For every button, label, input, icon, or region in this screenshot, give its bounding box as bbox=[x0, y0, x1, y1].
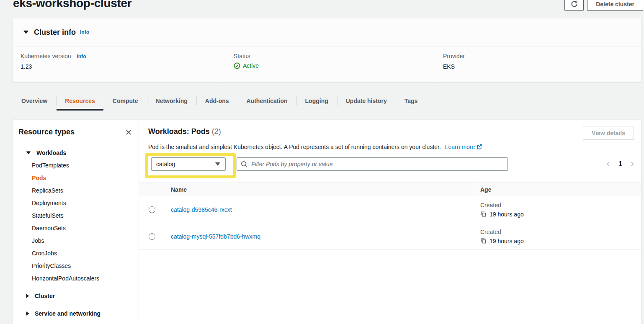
age-value: 19 hours ago bbox=[480, 238, 641, 244]
age-created-label: Created bbox=[480, 202, 641, 208]
table-header-row: Name Age bbox=[139, 183, 641, 196]
delete-cluster-button[interactable]: Delete cluster bbox=[587, 0, 643, 11]
kubernetes-version-info-link[interactable]: Info bbox=[77, 54, 86, 59]
pods-count: (2) bbox=[212, 127, 221, 136]
refresh-button[interactable] bbox=[564, 0, 584, 11]
cluster-info-info-link[interactable]: Info bbox=[80, 29, 89, 35]
table-row: catalog-d5985c46-rxcxt Created 19 hours … bbox=[139, 196, 641, 223]
sidebar-title: Resource types bbox=[18, 128, 75, 136]
triangle-right-icon bbox=[26, 294, 29, 298]
pagination: 1 bbox=[605, 157, 635, 171]
pods-table: Name Age catalog-d5985c46-rxcxt Created bbox=[139, 183, 641, 250]
header-actions: Delete cluster bbox=[564, 0, 643, 11]
namespace-dropdown[interactable]: catalog bbox=[151, 157, 226, 171]
tab-overview[interactable]: Overview bbox=[13, 92, 56, 110]
tab-resources[interactable]: Resources bbox=[56, 92, 104, 110]
filter-search-box bbox=[237, 157, 508, 171]
status-label: Status bbox=[234, 53, 434, 59]
tab-compute[interactable]: Compute bbox=[104, 92, 147, 110]
caret-down-icon bbox=[215, 162, 220, 166]
page-header: eks-workshop-cluster Delete cluster bbox=[0, 0, 644, 18]
triangle-down-icon bbox=[26, 152, 31, 154]
tree-section-cluster[interactable]: Cluster bbox=[13, 290, 139, 302]
tab-add-ons[interactable]: Add-ons bbox=[196, 92, 238, 110]
tree-item-priorityclasses[interactable]: PriorityClasses bbox=[13, 260, 139, 272]
tab-tags[interactable]: Tags bbox=[396, 92, 427, 110]
tree-item-replicasets[interactable]: ReplicaSets bbox=[13, 184, 139, 197]
kubernetes-version-value: 1.23 bbox=[21, 63, 223, 70]
pods-content: Workloads: Pods (2) View details Pod is … bbox=[139, 120, 641, 324]
tree-gap bbox=[13, 285, 139, 290]
refresh-icon bbox=[570, 0, 578, 8]
kubernetes-version-label: Kubernetes version Info bbox=[21, 53, 223, 59]
kubernetes-version-field: Kubernetes version Info 1.23 bbox=[13, 46, 223, 82]
close-icon[interactable] bbox=[124, 128, 133, 136]
status-value: Active bbox=[234, 62, 434, 69]
pod-name-link[interactable]: catalog-mysql-557fdb7bd6-hwxmq bbox=[171, 233, 260, 240]
filter-row: catalog 1 bbox=[145, 153, 641, 178]
resource-tree: Workloads PodTemplates Pods ReplicaSets … bbox=[13, 147, 139, 320]
view-details-button[interactable]: View details bbox=[583, 126, 634, 140]
tree-section-service-networking[interactable]: Service and networking bbox=[13, 307, 139, 320]
pod-name-link[interactable]: catalog-d5985c46-rxcxt bbox=[171, 206, 232, 213]
cluster-info-body: Kubernetes version Info 1.23 Status Acti… bbox=[13, 46, 641, 82]
tab-logging[interactable]: Logging bbox=[296, 92, 337, 110]
tree-item-jobs[interactable]: Jobs bbox=[13, 234, 139, 247]
content-header: Workloads: Pods (2) View details bbox=[139, 120, 641, 140]
provider-field: Provider EKS bbox=[434, 46, 641, 82]
tree-item-pods[interactable]: Pods bbox=[13, 172, 139, 184]
tree-item-statefulsets[interactable]: StatefulSets bbox=[13, 209, 139, 222]
annotation-highlight-box: catalog bbox=[145, 153, 236, 178]
chevron-left-icon[interactable] bbox=[605, 161, 611, 167]
pods-description: Pod is the smallest and simplest Kuberne… bbox=[148, 144, 641, 151]
age-created-label: Created bbox=[480, 229, 641, 235]
provider-label: Provider bbox=[443, 53, 641, 59]
filter-search-input[interactable] bbox=[251, 161, 504, 167]
cluster-info-title: Cluster info bbox=[34, 28, 76, 37]
pods-heading: Workloads: Pods (2) bbox=[148, 126, 221, 136]
row-radio-button[interactable] bbox=[149, 206, 155, 213]
dropdown-value: catalog bbox=[156, 161, 175, 167]
triangle-right-icon bbox=[26, 311, 29, 316]
tree-item-cronjobs[interactable]: CronJobs bbox=[13, 247, 139, 260]
tree-section-workloads[interactable]: Workloads bbox=[13, 147, 139, 159]
table-row: catalog-mysql-557fdb7bd6-hwxmq Created 1… bbox=[139, 223, 641, 250]
name-column-header: Name bbox=[171, 186, 473, 193]
check-circle-icon bbox=[234, 62, 240, 69]
row-radio-button[interactable] bbox=[149, 233, 155, 240]
tab-networking[interactable]: Networking bbox=[147, 92, 196, 110]
tab-update-history[interactable]: Update history bbox=[337, 92, 396, 110]
resource-types-sidebar: Resource types Workloads PodTemplates Po… bbox=[13, 120, 139, 324]
search-icon bbox=[241, 161, 248, 168]
status-field: Status Active bbox=[223, 46, 434, 82]
cluster-info-header[interactable]: Cluster info Info bbox=[13, 18, 641, 46]
tree-item-daemonsets[interactable]: DaemonSets bbox=[13, 222, 139, 234]
copy-icon[interactable] bbox=[480, 238, 487, 244]
tree-item-podtemplates[interactable]: PodTemplates bbox=[13, 159, 139, 172]
chevron-right-icon[interactable] bbox=[629, 161, 635, 167]
page-number[interactable]: 1 bbox=[618, 160, 622, 168]
external-link-icon bbox=[476, 144, 482, 151]
provider-value: EKS bbox=[443, 63, 641, 70]
collapse-triangle-icon bbox=[23, 31, 28, 34]
age-value: 19 hours ago bbox=[480, 211, 641, 218]
age-column-header: Age bbox=[473, 186, 641, 193]
copy-icon[interactable] bbox=[480, 211, 487, 217]
cluster-tabs: Overview Resources Compute Networking Ad… bbox=[13, 92, 641, 110]
tree-item-horizontalpodautoscalers[interactable]: HorizontalPodAutoscalers bbox=[13, 272, 139, 285]
resources-panel: Resource types Workloads PodTemplates Po… bbox=[13, 119, 641, 324]
page-title: eks-workshop-cluster bbox=[13, 0, 131, 10]
tree-gap bbox=[13, 302, 139, 307]
tab-authentication[interactable]: Authentication bbox=[238, 92, 296, 110]
learn-more-link[interactable]: Learn more bbox=[445, 144, 483, 150]
tree-item-deployments[interactable]: Deployments bbox=[13, 197, 139, 209]
sidebar-header: Resource types bbox=[13, 120, 139, 136]
cluster-info-panel: Cluster info Info Kubernetes version Inf… bbox=[13, 18, 641, 82]
